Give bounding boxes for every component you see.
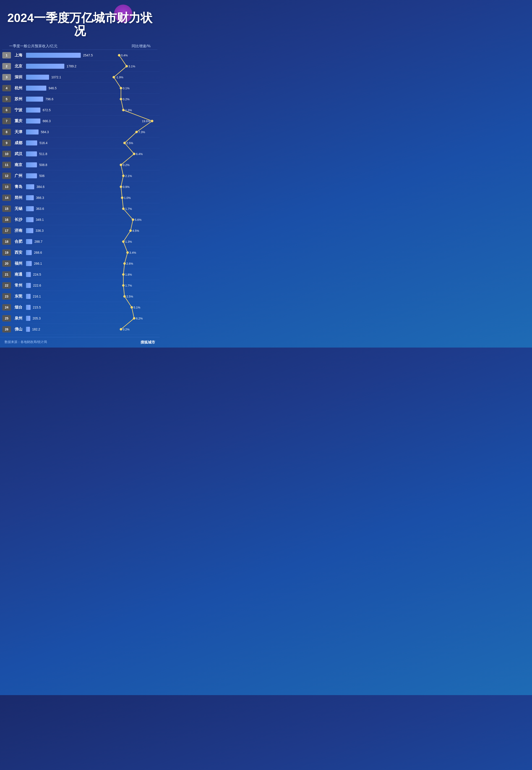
city-name: 武汉 — [13, 151, 24, 156]
rank-badge: 21 — [2, 271, 11, 278]
table-row: 24 烟台 215.5 — [0, 302, 160, 313]
rank-badge: 13 — [2, 183, 11, 190]
bar — [26, 107, 40, 112]
table-row: 16 长沙 349.1 — [0, 214, 160, 225]
bar-section: 384.6 — [26, 184, 90, 189]
bar — [26, 140, 37, 145]
city-name: 合肥 — [13, 239, 24, 244]
bar-section: 266.1 — [26, 261, 90, 266]
table-row: 23 东莞 216.1 — [0, 291, 160, 302]
city-name: 深圳 — [13, 74, 24, 80]
table-row: 2 北京 1789.2 — [0, 61, 160, 72]
bar-section: 506 — [26, 173, 90, 178]
rank-badge: 25 — [2, 315, 11, 322]
rank-badge: 2 — [2, 63, 11, 69]
rank-badge: 1 — [2, 52, 11, 58]
bar — [26, 75, 49, 80]
bar-value: 224.5 — [33, 273, 41, 276]
rank-badge: 9 — [2, 140, 11, 146]
bar — [26, 283, 31, 288]
main-title: 2024一季度万亿城市财力状况 — [0, 5, 160, 42]
footer-source: 数据来源：各地财政局/统计局 — [5, 340, 47, 345]
bar — [26, 97, 43, 102]
bar — [26, 239, 32, 244]
bar-section: 215.5 — [26, 305, 90, 310]
bar — [26, 151, 37, 156]
rank-badge: 12 — [2, 172, 11, 179]
bar-section: 268.6 — [26, 250, 90, 255]
bar-value: 516.4 — [39, 141, 47, 145]
bar-value: 946.5 — [49, 86, 57, 90]
bar-value: 672.5 — [43, 108, 51, 112]
city-name: 长沙 — [13, 217, 24, 222]
city-name: 佛山 — [13, 327, 24, 332]
rank-badge: 6 — [2, 107, 11, 113]
bar — [26, 316, 30, 321]
city-name: 济南 — [13, 228, 24, 233]
bar-value: 363.6 — [36, 207, 44, 211]
city-name: 上海 — [13, 52, 24, 58]
bar-value: 1072.1 — [51, 75, 61, 79]
bar — [26, 261, 32, 266]
bar — [26, 53, 81, 58]
rank-badge: 23 — [2, 293, 11, 300]
bar-section: 1789.2 — [26, 64, 90, 69]
rank-badge: 18 — [2, 239, 11, 245]
bar-section: 516.4 — [26, 140, 90, 145]
bar-value: 205.3 — [33, 317, 41, 320]
bar-value: 511.8 — [39, 152, 47, 156]
rank-badge: 16 — [2, 217, 11, 223]
city-name: 南通 — [13, 272, 24, 277]
table-row: 4 杭州 946.5 — [0, 83, 160, 94]
rank-badge: 24 — [2, 304, 11, 311]
city-name: 宁波 — [13, 107, 24, 112]
table-row: 12 广州 506 — [0, 170, 160, 181]
city-name: 泉州 — [13, 316, 24, 321]
rank-badge: 8 — [2, 129, 11, 135]
city-name: 青岛 — [13, 184, 24, 189]
bar — [26, 195, 34, 200]
table-row: 17 济南 336.3 — [0, 225, 160, 236]
city-name: 郑州 — [13, 195, 24, 200]
table-row: 18 合肥 288.7 — [0, 236, 160, 247]
bar — [26, 294, 31, 299]
table-row: 22 常州 222.6 — [0, 280, 160, 291]
table-row: 20 福州 266.1 — [0, 258, 160, 269]
bar-value: 384.6 — [37, 185, 44, 188]
table-row: 5 苏州 796.6 — [0, 94, 160, 104]
bar — [26, 118, 40, 123]
bar-value: 268.6 — [34, 251, 42, 254]
bar — [26, 86, 46, 91]
bar-value: 366.3 — [36, 196, 44, 200]
bar-value: 336.3 — [36, 229, 44, 233]
bar-section: 363.6 — [26, 206, 90, 211]
bar — [26, 272, 31, 277]
bar-section: 796.6 — [26, 97, 90, 102]
city-name: 烟台 — [13, 305, 24, 310]
bar-value: 584.3 — [41, 130, 49, 134]
rank-badge: 17 — [2, 228, 11, 234]
bar-value: 216.1 — [33, 295, 41, 298]
bar-value: 2547.5 — [83, 53, 93, 57]
rank-badge: 7 — [2, 118, 11, 124]
table-row: 1 上海 2547.5 — [0, 50, 160, 61]
city-name: 重庆 — [13, 118, 24, 123]
bar-section: 222.6 — [26, 283, 90, 288]
bar-section: 288.7 — [26, 239, 90, 244]
bar-section: 1072.1 — [26, 75, 90, 80]
table-row: 6 宁波 672.5 — [0, 104, 160, 115]
bar-section: 2547.5 — [26, 53, 93, 58]
city-name: 苏州 — [13, 96, 24, 102]
bar-value: 288.7 — [34, 240, 42, 244]
city-name: 天津 — [13, 129, 24, 134]
bar — [26, 217, 34, 222]
city-name: 西安 — [13, 250, 24, 255]
rank-badge: 22 — [2, 282, 11, 289]
table-row: 10 武汉 511.8 — [0, 148, 160, 159]
rank-badge: 20 — [2, 260, 11, 267]
bar — [26, 162, 37, 167]
rows-wrapper: 1 上海 2547.5 2 北京 1789.2 3 深圳 — [0, 50, 160, 335]
bar-section: 508.8 — [26, 162, 90, 167]
city-name: 北京 — [13, 63, 24, 69]
rank-badge: 19 — [2, 249, 11, 256]
